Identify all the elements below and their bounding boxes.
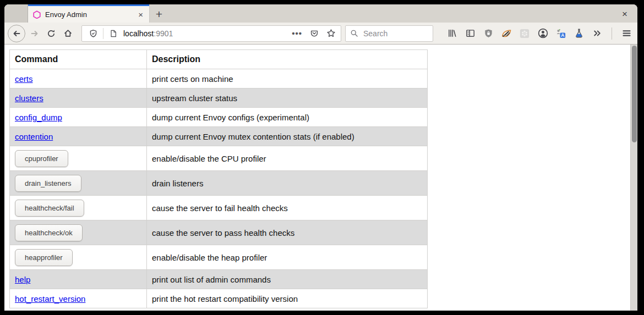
description-cell: print the hot restart compatibility vers… xyxy=(147,289,428,308)
tab-title: Envoy Admin xyxy=(45,10,132,19)
description-cell: upstream cluster status xyxy=(147,89,428,108)
overflow-chevron-icon[interactable] xyxy=(592,28,603,39)
command-button[interactable]: heapprofiler xyxy=(15,249,73,266)
tab-bar: Envoy Admin × + × xyxy=(4,4,637,23)
reload-button[interactable] xyxy=(43,25,59,42)
command-cell: healthcheck/ok xyxy=(10,220,147,245)
back-button[interactable] xyxy=(8,25,25,42)
description-cell: dump current Envoy configs (experimental… xyxy=(147,108,428,127)
description-cell: cause the server to pass health checks xyxy=(147,220,428,245)
menu-hamburger-icon[interactable] xyxy=(621,28,632,39)
table-row: helpprint out list of admin commands xyxy=(10,270,428,289)
search-input[interactable] xyxy=(362,29,428,38)
url-bar[interactable]: localhost:9901 ••• xyxy=(81,25,341,42)
command-cell: hot_restart_version xyxy=(10,289,147,308)
command-cell: healthcheck/fail xyxy=(10,196,147,220)
shield-lock-extension-icon[interactable] xyxy=(483,28,494,39)
library-icon[interactable] xyxy=(446,28,457,39)
page-info-icon[interactable] xyxy=(107,29,120,38)
table-row: config_dumpdump current Envoy configs (e… xyxy=(10,108,428,127)
toolbar-separator xyxy=(612,27,612,40)
url-text: localhost:9901 xyxy=(123,29,286,38)
search-icon xyxy=(350,29,358,37)
home-button[interactable] xyxy=(59,25,76,42)
command-cell: cpuprofiler xyxy=(10,146,147,171)
command-cell: heapprofiler xyxy=(10,245,147,270)
titlebar-spacer xyxy=(4,4,28,23)
sidebar-toggle-icon[interactable] xyxy=(465,28,476,39)
scrollbar-track[interactable] xyxy=(630,45,637,311)
description-cell: print out list of admin commands xyxy=(147,270,428,289)
url-port: :9901 xyxy=(154,29,173,38)
table-row: heapprofilerenable/disable the heap prof… xyxy=(10,245,428,270)
svg-text:A: A xyxy=(561,32,564,37)
description-cell: drain listeners xyxy=(147,171,428,196)
toolbar-right-icons: A xyxy=(446,27,632,40)
table-row: healthcheck/okcause the server to pass h… xyxy=(10,220,428,245)
scrollbar-thumb[interactable] xyxy=(632,46,637,142)
envoy-favicon-icon xyxy=(33,10,41,19)
command-table-body: certsprint certs on machineclustersupstr… xyxy=(10,69,428,308)
command-button[interactable]: healthcheck/fail xyxy=(15,200,84,217)
bookmark-star-icon[interactable] xyxy=(324,29,337,38)
tab-close-icon[interactable]: × xyxy=(137,10,145,19)
lab-flask-icon[interactable] xyxy=(574,28,585,39)
search-bar[interactable] xyxy=(345,25,433,42)
new-tab-button[interactable]: + xyxy=(150,4,168,23)
command-link[interactable]: help xyxy=(15,275,30,284)
command-link[interactable]: clusters xyxy=(15,93,43,103)
table-header-row: Command Description xyxy=(10,50,428,69)
command-cell: contention xyxy=(10,127,147,146)
description-cell: enable/disable the heap profiler xyxy=(147,245,428,270)
window-close-button[interactable]: × xyxy=(622,8,627,19)
browser-window: Envoy Admin × + × localhost:9901 xyxy=(4,4,637,311)
command-button[interactable]: cpuprofiler xyxy=(15,150,68,167)
admin-commands-table: Command Description certsprint certs on … xyxy=(9,49,428,308)
table-row: drain_listenersdrain listeners xyxy=(10,171,428,196)
tracking-protection-shield-icon[interactable] xyxy=(86,29,100,38)
screenshot-root: { "browser": { "tab": { "title": "Envoy … xyxy=(0,0,644,315)
tab-envoy-admin[interactable]: Envoy Admin × xyxy=(28,4,150,23)
table-row: clustersupstream cluster status xyxy=(10,89,428,108)
description-cell: enable/disable the CPU profiler xyxy=(147,146,428,171)
account-icon[interactable] xyxy=(537,28,548,39)
forward-button[interactable] xyxy=(26,25,43,42)
page-actions-icon[interactable]: ••• xyxy=(290,29,304,38)
table-row: hot_restart_versionprint the hot restart… xyxy=(10,289,428,308)
translate-extension-icon[interactable]: A xyxy=(555,28,566,39)
url-host: localhost xyxy=(123,29,154,38)
command-header: Command xyxy=(10,50,147,69)
command-link[interactable]: contention xyxy=(15,132,53,141)
navigation-toolbar: localhost:9901 ••• xyxy=(4,23,637,45)
description-header: Description xyxy=(147,50,428,69)
command-link[interactable]: config_dump xyxy=(15,113,62,122)
urlbar-separator xyxy=(103,28,103,39)
description-cell: print certs on machine xyxy=(147,69,428,89)
command-cell: clusters xyxy=(10,89,147,108)
table-row: healthcheck/failcause the server to fail… xyxy=(10,196,428,220)
description-cell: dump current Envoy mutex contention stat… xyxy=(147,127,428,146)
command-cell: certs xyxy=(10,69,147,89)
table-row: cpuprofilerenable/disable the CPU profil… xyxy=(10,146,428,171)
table-row: contentiondump current Envoy mutex conte… xyxy=(10,127,428,146)
pocket-icon[interactable] xyxy=(308,29,321,38)
privacy-badger-icon[interactable] xyxy=(501,28,512,39)
command-cell: config_dump xyxy=(10,108,147,127)
command-button[interactable]: drain_listeners xyxy=(15,175,81,192)
command-link[interactable]: certs xyxy=(15,74,33,84)
page-content: Command Description certsprint certs on … xyxy=(4,45,637,311)
command-cell: drain_listeners xyxy=(10,171,147,196)
disabled-extension-icon[interactable] xyxy=(519,28,530,39)
command-cell: help xyxy=(10,270,147,289)
command-link[interactable]: hot_restart_version xyxy=(15,294,85,303)
table-row: certsprint certs on machine xyxy=(10,69,428,89)
command-button[interactable]: healthcheck/ok xyxy=(15,224,83,241)
description-cell: cause the server to fail health checks xyxy=(147,196,428,220)
